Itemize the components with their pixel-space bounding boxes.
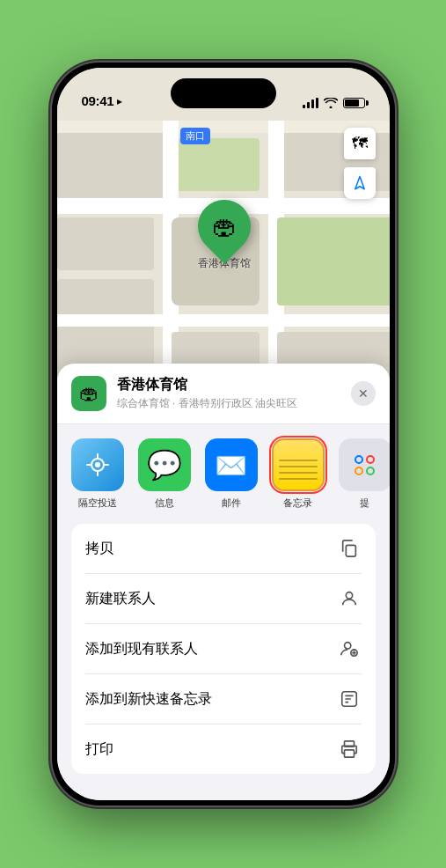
more-label: 提 <box>360 497 369 510</box>
share-app-more[interactable]: 提 <box>339 438 390 510</box>
svg-point-5 <box>344 643 350 649</box>
place-info: 香港体育馆 综合体育馆 · 香港特别行政区 油尖旺区 <box>117 376 340 411</box>
new-contact-icon <box>337 586 362 611</box>
location-arrow-icon: ▸ <box>117 95 122 107</box>
notes-label: 备忘录 <box>283 497 312 510</box>
share-app-notes[interactable]: 备忘录 <box>272 438 325 510</box>
dynamic-island <box>171 78 276 108</box>
svg-point-3 <box>346 592 352 599</box>
place-emoji-icon: 🏟 <box>79 382 99 405</box>
wifi-icon <box>324 98 338 108</box>
location-arrow-icon <box>352 175 368 191</box>
action-print-label: 打印 <box>85 740 113 759</box>
airdrop-label: 隔空投送 <box>78 497 117 510</box>
svg-rect-2 <box>346 545 355 556</box>
notes-lines <box>279 460 318 480</box>
place-icon: 🏟 <box>71 376 106 411</box>
stadium-pin: 🏟 香港体育馆 <box>198 200 251 271</box>
svg-rect-14 <box>344 750 354 757</box>
quick-note-icon <box>337 687 362 711</box>
action-new-contact[interactable]: 新建联系人 <box>85 574 362 624</box>
action-copy[interactable]: 拷贝 <box>85 524 362 574</box>
location-button[interactable] <box>344 167 376 199</box>
battery-icon <box>343 98 365 108</box>
phone-frame: 09:41 ▸ <box>52 63 395 805</box>
action-copy-label: 拷贝 <box>85 540 113 558</box>
close-icon: ✕ <box>358 386 369 401</box>
bottom-sheet: 🏟 香港体育馆 综合体育馆 · 香港特别行政区 油尖旺区 ✕ <box>57 364 390 800</box>
notes-line-3 <box>279 472 318 474</box>
more-apps-icon <box>339 438 390 491</box>
share-app-messages[interactable]: 💬 信息 <box>138 438 191 510</box>
map-station-label: 南口 <box>180 128 210 144</box>
close-button[interactable]: ✕ <box>351 381 376 406</box>
share-app-airdrop[interactable]: 隔空投送 <box>71 438 124 510</box>
messages-icon: 💬 <box>138 438 191 491</box>
airdrop-icon <box>71 438 124 491</box>
share-row: 隔空投送 💬 信息 ✉️ 邮件 <box>57 424 390 517</box>
place-card: 🏟 香港体育馆 综合体育馆 · 香港特别行政区 油尖旺区 ✕ <box>57 364 390 424</box>
action-row-group: 拷贝 新建联系人 <box>71 524 376 774</box>
map-type-icon: 🗺 <box>352 135 368 153</box>
airdrop-svg <box>84 451 112 479</box>
action-add-existing-contact[interactable]: 添加到现有联系人 <box>85 624 362 674</box>
mail-icon: ✉️ <box>205 438 258 491</box>
notes-line-4 <box>279 478 318 480</box>
pin-circle: 🏟 <box>186 189 261 264</box>
mail-label: 邮件 <box>222 497 241 510</box>
notes-icon <box>272 438 325 491</box>
status-time: 09:41 <box>82 93 114 108</box>
action-new-contact-label: 新建联系人 <box>85 590 156 608</box>
add-existing-contact-icon <box>337 636 362 661</box>
action-print[interactable]: 打印 <box>85 725 362 774</box>
stadium-icon: 🏟 <box>212 212 237 241</box>
svg-point-1 <box>95 462 100 467</box>
action-quick-note[interactable]: 添加到新快速备忘录 <box>85 674 362 725</box>
status-icons <box>303 98 365 108</box>
notes-line-1 <box>279 460 318 461</box>
place-subtitle: 综合体育馆 · 香港特别行政区 油尖旺区 <box>117 396 340 411</box>
copy-icon <box>337 536 362 561</box>
messages-label: 信息 <box>155 497 174 510</box>
place-name: 香港体育馆 <box>117 376 340 394</box>
map-controls[interactable]: 🗺 <box>344 128 376 199</box>
print-icon <box>337 737 362 761</box>
phone-screen: 09:41 ▸ <box>57 68 390 800</box>
map-type-button[interactable]: 🗺 <box>344 128 376 159</box>
notes-line-2 <box>279 466 318 467</box>
action-add-existing-label: 添加到现有联系人 <box>85 640 198 658</box>
share-app-mail[interactable]: ✉️ 邮件 <box>205 438 258 510</box>
action-quick-note-label: 添加到新快速备忘录 <box>85 690 212 709</box>
battery-fill <box>345 99 360 107</box>
signal-bars-icon <box>303 98 318 108</box>
